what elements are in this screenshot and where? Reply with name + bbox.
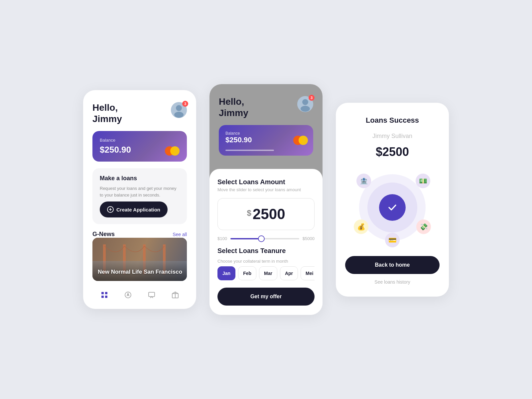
svg-rect-9 <box>101 292 104 294</box>
svg-rect-15 <box>149 292 155 297</box>
month-mar[interactable]: Mar <box>259 266 277 280</box>
see-all-link[interactable]: See all <box>173 232 187 237</box>
loans-balance-card: Balance $250.90 <box>219 125 313 156</box>
loan-slider-row: $100 $5000 <box>217 236 315 241</box>
mc-circle-right <box>170 146 180 156</box>
credit-card-icon: 💳 <box>385 233 400 247</box>
screen-success: Loans Success Jimmy Sullivan $2500 🏦 💵 💰… <box>336 103 449 297</box>
screen-home: Hello, Jimmy 3 Balance $250.90 <box>83 90 196 309</box>
balance-label: Balance <box>100 138 180 143</box>
slider-fill <box>230 238 261 239</box>
plus-icon: + <box>107 206 114 213</box>
loans-top-section: Hello, Jimmy 3 Balance $250.90 <box>209 84 323 182</box>
loans-balance-label: Balance <box>225 131 307 136</box>
nav-box-icon[interactable] <box>171 290 180 300</box>
month-jan[interactable]: Jan <box>217 266 235 280</box>
success-user-name: Jimmy Sullivan <box>372 133 412 140</box>
svg-rect-11 <box>101 296 104 298</box>
month-pills-row: Jan Feb Mar Apr Mei <box>217 266 315 280</box>
gnews-section: G-News See all <box>92 231 187 281</box>
avatar-wrap[interactable]: 3 <box>171 102 187 118</box>
slider-thumb[interactable] <box>258 235 265 242</box>
month-apr[interactable]: Apr <box>280 266 298 280</box>
tenure-section: Select Loans Teanure Choose your collate… <box>217 247 315 280</box>
svg-rect-12 <box>105 296 107 298</box>
create-application-button[interactable]: + Create Application <box>100 201 168 217</box>
loans-notification-badge: 3 <box>309 95 315 101</box>
slider-min-label: $100 <box>217 236 227 241</box>
loans-content: Select Loans Amount Move the slider to s… <box>209 169 323 315</box>
amount-display: $ 2500 <box>217 198 315 230</box>
loans-card-title: Make a loans <box>100 175 180 182</box>
success-visual: 🏦 💵 💰 💸 💳 <box>349 168 436 247</box>
loan-slider-track[interactable] <box>230 238 299 239</box>
news-card-title: New Normal Life San Francisco <box>98 268 182 276</box>
loans-greeting: Hello, Jimmy <box>219 96 248 118</box>
svg-point-19 <box>302 99 308 105</box>
money-stack-icon: 💵 <box>416 174 430 188</box>
bank-icon: 🏦 <box>356 174 371 188</box>
tenure-title: Select Loans Teanure <box>217 247 315 255</box>
amount-section-title: Select Loans Amount <box>217 178 315 186</box>
back-to-home-button[interactable]: Back to home <box>345 256 440 274</box>
gnews-title: G-News <box>92 231 115 238</box>
dollar-sign: $ <box>247 208 251 218</box>
loans-header: Hello, Jimmy 3 <box>219 96 313 118</box>
loans-card: Make a loans Request your loans and get … <box>92 168 187 224</box>
svg-rect-10 <box>105 292 107 294</box>
balance-card: Balance $250.90 <box>92 131 187 162</box>
gnews-header: G-News See all <box>92 231 187 238</box>
loans-mastercard-icon <box>293 136 308 145</box>
amount-value: 2500 <box>253 206 285 222</box>
amount-section-sub: Move the slider to select your loans amo… <box>217 187 315 192</box>
tenure-sub: Choose your collateral term in month <box>217 259 315 264</box>
svg-point-2 <box>174 112 184 118</box>
month-feb[interactable]: Feb <box>238 266 256 280</box>
get-offer-button[interactable]: Get my offer <box>217 288 315 306</box>
success-title: Loans Success <box>366 116 419 125</box>
notification-badge: 3 <box>182 101 188 107</box>
nav-compass-icon[interactable] <box>123 290 133 300</box>
home-header: Hello, Jimmy 3 <box>92 102 187 124</box>
cash-icon: 💸 <box>416 219 431 234</box>
svg-marker-14 <box>127 293 129 296</box>
amount-section: Select Loans Amount Move the slider to s… <box>217 178 315 192</box>
slider-max-label: $5000 <box>303 236 315 241</box>
greeting-text: Hello, Jimmy <box>92 102 122 124</box>
check-circle <box>379 194 406 221</box>
nav-home-icon[interactable] <box>100 290 109 300</box>
success-amount: $2500 <box>376 145 409 159</box>
see-loans-history-link[interactable]: See loans history <box>374 279 410 285</box>
mastercard-icon <box>165 146 180 156</box>
bottom-navigation <box>92 288 187 300</box>
nav-chat-icon[interactable] <box>147 290 156 300</box>
month-mei[interactable]: Mei <box>301 266 315 280</box>
loans-avatar-wrap[interactable]: 3 <box>297 96 313 112</box>
svg-point-1 <box>176 105 182 111</box>
loans-card-desc: Request your loans and get your money to… <box>100 185 180 198</box>
screen-loans: Hello, Jimmy 3 Balance $250.90 <box>209 84 323 315</box>
news-card[interactable]: New Normal Life San Francisco <box>92 238 187 281</box>
svg-point-20 <box>301 106 310 112</box>
loans-mc-right <box>299 136 308 145</box>
loans-card-bar <box>225 150 274 151</box>
money-bag-icon: 💰 <box>354 219 368 234</box>
